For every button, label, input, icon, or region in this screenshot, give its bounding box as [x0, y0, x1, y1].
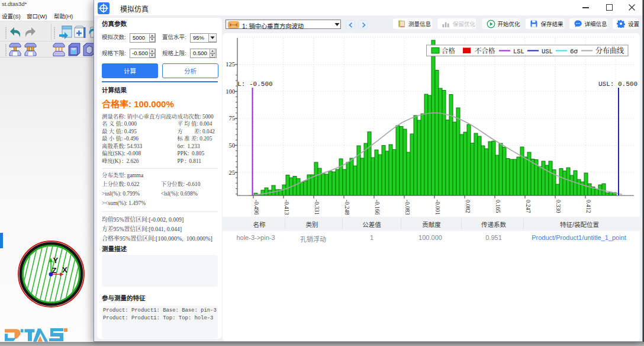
svg-text:Y: Y — [53, 256, 59, 265]
svg-text:-0.166: -0.166 — [374, 200, 381, 214]
svg-text:0.412: 0.412 — [585, 200, 592, 213]
svg-text:-0.496: -0.496 — [253, 200, 260, 214]
svg-text:-0.001: -0.001 — [434, 200, 441, 214]
svg-text:LSL: -0.500: LSL: -0.500 — [230, 81, 273, 88]
svg-text:0.330: 0.330 — [555, 200, 562, 213]
svg-text:合格: 合格 — [442, 46, 455, 55]
svg-text:分布曲线: 分布曲线 — [595, 45, 624, 55]
svg-text:X: X — [62, 265, 67, 274]
svg-text:0.165: 0.165 — [495, 200, 501, 213]
svg-text:USL: USL — [542, 48, 553, 55]
svg-text:-0.248: -0.248 — [344, 200, 350, 214]
svg-text:100: 100 — [226, 88, 235, 95]
svg-text:LSL: LSL — [513, 48, 524, 55]
svg-text:50: 50 — [229, 142, 236, 149]
svg-text:Z: Z — [52, 266, 57, 275]
svg-text:USL: 0.500: USL: 0.500 — [598, 81, 637, 88]
svg-text:不合格: 不合格 — [475, 46, 495, 55]
svg-text:125: 125 — [226, 61, 235, 68]
svg-text:25: 25 — [229, 169, 236, 176]
svg-text:-0.331: -0.331 — [314, 200, 320, 214]
svg-text:0.082: 0.082 — [465, 200, 471, 213]
svg-text:75: 75 — [229, 115, 236, 121]
svg-text:6σ: 6σ — [570, 48, 578, 55]
svg-text:0.247: 0.247 — [525, 200, 532, 213]
svg-text:-0.413: -0.413 — [284, 200, 290, 214]
svg-text:-0.083: -0.083 — [404, 200, 411, 214]
